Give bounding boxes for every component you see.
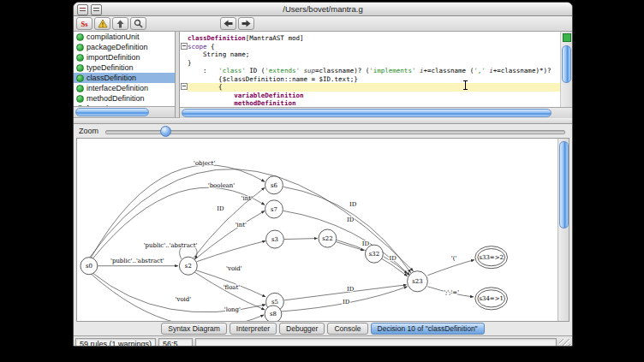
transition-label: ID: [343, 299, 350, 306]
rule-status-icon: [76, 44, 84, 51]
code-line[interactable]: }: [188, 59, 560, 68]
app-window: /Users/bovet/mantra.g Ss: [73, 2, 573, 347]
transition-edge: [197, 241, 265, 262]
transition-label: 'long': [224, 306, 241, 313]
code-line[interactable]: String name;: [188, 50, 560, 59]
transition-edge: [284, 239, 318, 240]
horizontal-splitter[interactable]: [74, 117, 572, 124]
state-label: s0: [86, 263, 92, 270]
scrollbar-thumb[interactable]: [559, 141, 569, 228]
find-button[interactable]: [130, 17, 146, 30]
state-label: s2: [185, 263, 192, 270]
styles-icon: Ss: [80, 20, 87, 28]
scrollbar-thumb[interactable]: [75, 108, 149, 116]
state-label: s7: [271, 206, 277, 213]
state-label: s34=>1: [480, 295, 504, 302]
scrollbar-thumb[interactable]: [562, 45, 571, 83]
tab-decision-10-of-classdefinition[interactable]: Decision 10 of "classDefinition": [371, 323, 485, 335]
transition-label: 'void': [176, 296, 192, 303]
transition-label: ID: [347, 286, 355, 293]
transition-edge: [194, 211, 265, 259]
rule-item-label: interfaceDefinition: [86, 84, 148, 92]
titlebar-icons: [77, 4, 102, 15]
up-rule-button[interactable]: [112, 17, 128, 30]
rules-horizontal-scrollbar[interactable]: [74, 106, 175, 117]
analysis-ok-indicator: [563, 33, 571, 42]
transition-label: 'void': [226, 265, 242, 272]
code-line[interactable]: scope {: [188, 43, 560, 51]
code-line[interactable]: variableDefinition: [188, 92, 560, 100]
rule-item-interfaceDefinition[interactable]: interfaceDefinition: [74, 83, 175, 93]
rule-status-icon: [76, 85, 84, 92]
transition-label: 'public'..'abstract': [110, 258, 164, 264]
code-line[interactable]: {: [188, 83, 560, 92]
rule-item-importDefinition[interactable]: importDefinition: [74, 52, 175, 62]
rules-panel: compilationUnitpackageDefinitionimportDe…: [74, 32, 176, 117]
transition-label: 'int': [236, 222, 247, 228]
state-s34: s34=>1: [475, 288, 508, 310]
state-s8: s8: [265, 306, 282, 321]
diagram-vertical-scrollbar[interactable]: [558, 139, 569, 321]
transition-label: 'int': [242, 195, 253, 202]
tab-debugger[interactable]: Debugger: [279, 323, 325, 335]
rule-item-label: typeDefinition: [86, 63, 134, 72]
rules-list[interactable]: compilationUnitpackageDefinitionimportDe…: [74, 32, 175, 106]
rule-status-icon: [76, 95, 84, 103]
transition-label: ';','=': [444, 289, 459, 296]
document-icon[interactable]: [77, 4, 88, 15]
transition-label: ID: [362, 240, 370, 247]
state-s32: s32: [366, 245, 384, 263]
scrollbar-thumb[interactable]: [182, 109, 552, 117]
decision-diagram-panel: 'public'..'abstract''public'..'abstract'…: [76, 138, 569, 322]
code-line[interactable]: methodDefinition: [188, 99, 560, 107]
rule-item-packageDefinition[interactable]: packageDefinition: [74, 42, 175, 52]
state-s2: s2: [179, 257, 197, 275]
transition-label: ID: [349, 201, 357, 208]
code-line[interactable]: classDefinition[MantraAST mod]: [188, 34, 560, 43]
back-button[interactable]: [220, 17, 236, 30]
rule-item-classDefinition[interactable]: classDefinition: [74, 73, 175, 83]
forward-arrow-icon: [242, 20, 251, 27]
editor-vertical-scrollbar[interactable]: [562, 44, 571, 107]
state-s3: s3: [266, 230, 284, 248]
tab-interpreter[interactable]: Interpreter: [230, 323, 277, 335]
slider-thumb[interactable]: [160, 126, 171, 137]
rule-status-icon: [76, 74, 84, 82]
tab-console[interactable]: Console: [327, 323, 367, 335]
transition-edge: [90, 169, 414, 271]
code-line[interactable]: {$classDefinition::name = $ID.text;}: [188, 75, 560, 84]
editor-horizontal-scrollbar[interactable]: [180, 107, 572, 118]
transition-label: 'public'..'abstract': [144, 242, 198, 249]
rule-item-typeDefinition[interactable]: typeDefinition: [74, 62, 175, 73]
state-label: s3: [271, 236, 278, 243]
state-s6: s6: [265, 176, 283, 194]
back-arrow-icon: [224, 20, 233, 27]
tab-syntax-diagram[interactable]: Syntax Diagram: [161, 323, 226, 335]
bottom-tabs: Syntax DiagramInterpreterDebuggerConsole…: [74, 322, 572, 335]
titlebar[interactable]: /Users/bovet/mantra.g: [74, 3, 572, 16]
rule-item-compilationUnit[interactable]: compilationUnit: [74, 32, 175, 42]
slider-track[interactable]: [105, 130, 565, 134]
styles-button[interactable]: Ss: [76, 17, 92, 30]
rule-status-icon: [76, 64, 84, 72]
zoom-slider[interactable]: [105, 124, 565, 138]
document-icon[interactable]: [91, 4, 102, 15]
navigation-buttons: [220, 17, 254, 30]
fold-icon[interactable]: [181, 83, 188, 90]
state-label: s22: [322, 235, 332, 242]
resize-grip[interactable]: [559, 339, 570, 347]
code-line[interactable]: : 'class' ID ('extends' sup=classname)? …: [188, 67, 560, 75]
state-label: s8: [270, 311, 277, 317]
editor-code[interactable]: classDefinition[MantraAST mod]scope { St…: [188, 32, 560, 107]
rule-item-methodDefinition[interactable]: methodDefinition: [74, 93, 175, 104]
forward-button[interactable]: [238, 17, 254, 30]
transition-edge: [194, 187, 265, 258]
up-arrow-icon: [116, 20, 124, 28]
transition-label: 'boolean': [208, 182, 236, 189]
fold-icon[interactable]: [181, 43, 188, 50]
rule-item-label: compilationUnit: [86, 33, 140, 41]
check-grammar-button[interactable]: [94, 17, 110, 30]
grammar-editor[interactable]: classDefinition[MantraAST mod]scope { St…: [180, 32, 572, 107]
window-title: /Users/bovet/mantra.g: [283, 4, 362, 14]
state-s33: s33=>2: [475, 246, 508, 269]
